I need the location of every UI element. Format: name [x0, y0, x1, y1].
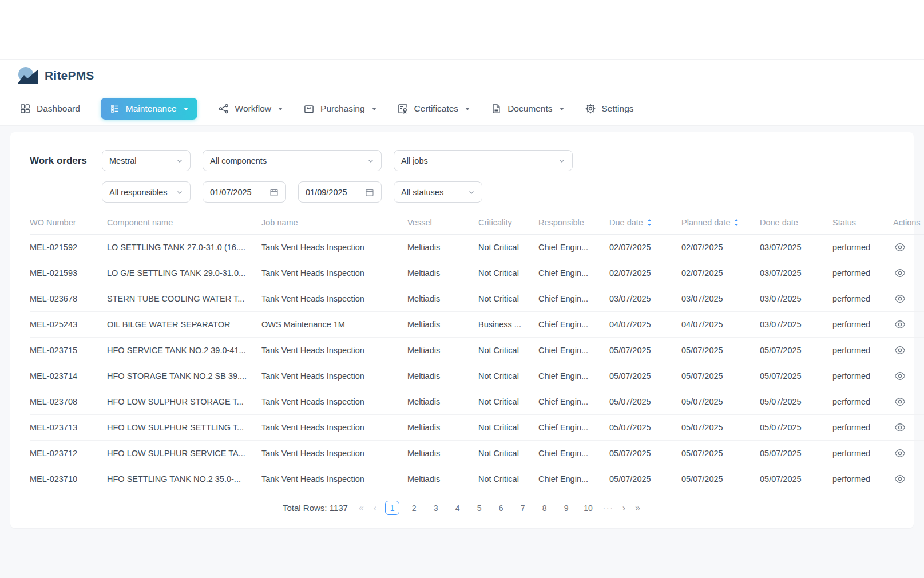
view-action-button[interactable] [893, 292, 907, 306]
actions-cell [893, 415, 924, 441]
date-to-input[interactable]: 01/09/2025 [298, 181, 382, 203]
nav-item-purchasing[interactable]: Purchasing [303, 103, 376, 114]
page-button-8[interactable]: 8 [537, 501, 552, 515]
cell-due: 04/07/2025 [609, 312, 681, 338]
cell-status: performed [832, 466, 893, 492]
eye-icon [894, 473, 906, 485]
eye-icon [894, 345, 906, 356]
eye-icon [894, 267, 906, 279]
next-page-button[interactable]: › [621, 504, 626, 513]
chevron-down-icon [176, 189, 183, 196]
nav-item-documents[interactable]: Documents [490, 103, 564, 114]
view-action-button[interactable] [893, 395, 907, 409]
table-row: MEL-023712HFO LOW SULPHUR SERVICE TA...T… [30, 441, 924, 466]
cell-component: LO SETTLING TANK 27.0-31.0 (16.... [107, 235, 261, 260]
cell-done: 03/07/2025 [760, 286, 832, 312]
cell-status: performed [832, 286, 893, 312]
responsibles-select[interactable]: All responsibles [102, 181, 191, 203]
pagination-ellipsis[interactable]: ··· [603, 504, 614, 512]
view-action-button[interactable] [893, 266, 907, 280]
view-action-button[interactable] [893, 421, 907, 434]
page-button-7[interactable]: 7 [515, 501, 530, 515]
page-button-4[interactable]: 4 [450, 501, 465, 515]
cell-done: 03/07/2025 [760, 312, 832, 338]
view-action-button[interactable] [893, 343, 907, 357]
date-to-value: 01/09/2025 [306, 188, 347, 197]
first-page-button[interactable]: « [358, 504, 365, 513]
nav-item-maintenance[interactable]: Maintenance [101, 98, 197, 120]
last-page-button[interactable]: » [634, 504, 641, 513]
statuses-select[interactable]: All statuses [394, 181, 482, 203]
cell-job: Tank Vent Heads Inspection [261, 441, 407, 466]
brand-logo: RitePMS [17, 66, 94, 85]
table-row: MEL-025243OIL BILGE WATER SEPARATOROWS M… [30, 312, 924, 338]
cell-job: Tank Vent Heads Inspection [261, 235, 407, 260]
table-row: MEL-023714HFO STORAGE TANK NO.2 SB 39...… [30, 363, 924, 389]
column-header-done: Done date [760, 211, 832, 235]
cell-planned: 04/07/2025 [681, 312, 760, 338]
column-label: Actions [893, 218, 921, 227]
cell-component: LO G/E SETTLING TANK 29.0-31.0... [107, 260, 261, 286]
chevron-down-icon [367, 157, 374, 164]
cell-planned: 02/07/2025 [681, 260, 760, 286]
statuses-select-value: All statuses [401, 188, 443, 197]
column-header-planned[interactable]: Planned date [681, 211, 760, 235]
cell-job: Tank Vent Heads Inspection [261, 466, 407, 492]
cell-vessel: Meltiadis [407, 260, 478, 286]
settings-gear-icon [585, 103, 596, 114]
cell-criticality: Not Critical [478, 338, 538, 363]
components-select[interactable]: All components [203, 150, 382, 171]
page-button-5[interactable]: 5 [472, 501, 486, 515]
date-from-input[interactable]: 01/07/2025 [203, 181, 286, 203]
page-button-10[interactable]: 10 [581, 501, 596, 515]
nav-item-dashboard[interactable]: Dashboard [19, 103, 80, 114]
cell-job: Tank Vent Heads Inspection [261, 286, 407, 312]
cell-vessel: Meltiadis [407, 235, 478, 260]
cell-vessel: Meltiadis [407, 441, 478, 466]
cell-done: 05/07/2025 [760, 389, 832, 415]
vessel-select[interactable]: Mestral [102, 150, 191, 171]
chevron-down-icon [558, 157, 565, 164]
table-row: MEL-023715HFO SERVICE TANK NO.2 39.0-41.… [30, 338, 924, 363]
cell-component: HFO STORAGE TANK NO.2 SB 39.... [107, 363, 261, 389]
chevron-down-icon [372, 108, 376, 110]
cell-vessel: Meltiadis [407, 363, 478, 389]
actions-cell [893, 260, 924, 286]
jobs-select[interactable]: All jobs [394, 150, 573, 171]
cell-due: 02/07/2025 [609, 260, 681, 286]
prev-page-button[interactable]: ‹ [372, 504, 378, 513]
page-title: Work orders [30, 150, 102, 203]
chevron-down-icon [176, 157, 183, 164]
view-action-button[interactable] [893, 369, 907, 383]
view-action-button[interactable] [893, 472, 907, 486]
cell-done: 03/07/2025 [760, 235, 832, 260]
view-action-button[interactable] [893, 240, 907, 254]
cell-vessel: Meltiadis [407, 466, 478, 492]
page-button-9[interactable]: 9 [559, 501, 573, 515]
nav-label: Workflow [235, 104, 271, 114]
page-button-3[interactable]: 3 [429, 501, 443, 515]
chevron-down-icon [560, 108, 564, 110]
column-label: Component name [107, 218, 173, 227]
nav-item-settings[interactable]: Settings [585, 103, 634, 114]
page-button-6[interactable]: 6 [494, 501, 508, 515]
column-header-due[interactable]: Due date [609, 211, 681, 235]
view-action-button[interactable] [893, 318, 907, 331]
nav-item-certificates[interactable]: Certificates [397, 103, 470, 114]
page-button-2[interactable]: 2 [407, 501, 421, 515]
cell-done: 03/07/2025 [760, 260, 832, 286]
table-row: MEL-023713HFO LOW SULPHUR SETTLING T...T… [30, 415, 924, 441]
calendar-icon [365, 188, 374, 197]
cell-wo: MEL-023713 [30, 415, 107, 441]
cell-due: 05/07/2025 [609, 363, 681, 389]
cell-criticality: Not Critical [478, 415, 538, 441]
work-orders-card: Work orders Mestral All components All j… [10, 132, 914, 528]
page-button-1[interactable]: 1 [385, 501, 399, 515]
column-header-vessel: Vessel [407, 211, 478, 235]
cell-due: 02/07/2025 [609, 235, 681, 260]
chevron-down-icon [465, 108, 470, 110]
view-action-button[interactable] [893, 446, 907, 460]
cell-responsible: Chief Engin... [538, 466, 609, 492]
main-nav: Dashboard Maintenance Workflow Purchasin… [0, 92, 924, 126]
nav-item-workflow[interactable]: Workflow [218, 103, 283, 114]
